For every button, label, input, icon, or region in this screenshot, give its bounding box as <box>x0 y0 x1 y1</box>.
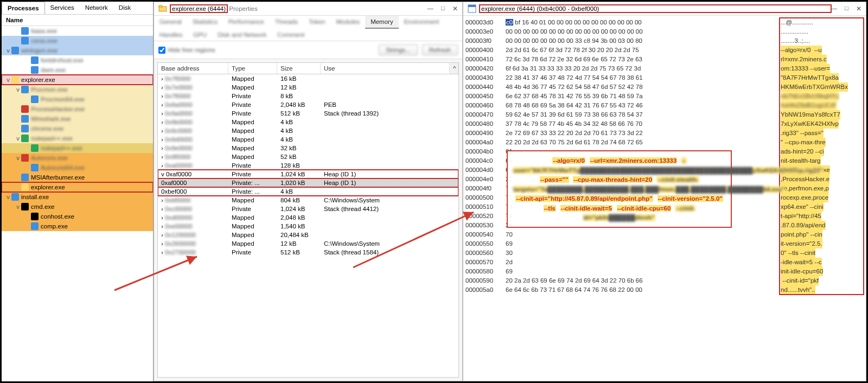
process-tree-item[interactable]: lsass.exe <box>2 26 153 36</box>
memory-row[interactable]: › 0x9c0000Mapped4 kB <box>158 126 458 135</box>
process-tree-item[interactable]: vAutoruns.exe <box>2 153 153 163</box>
prop-tab-token[interactable]: Token <box>303 16 331 29</box>
prop-tab-modules[interactable]: Modules <box>331 16 365 29</box>
process-tree-item[interactable]: csrss.exe <box>2 36 153 46</box>
cmd-icon <box>31 213 39 220</box>
process-tree-item[interactable]: ProcessHacker.exe <box>2 104 153 114</box>
svg-rect-1 <box>159 5 162 7</box>
minimize-icon[interactable]: — <box>831 5 838 12</box>
prop-tab-handles[interactable]: Handles <box>154 29 188 41</box>
process-tree-item[interactable]: fontdrvhost.exe <box>2 55 153 65</box>
memory-row[interactable]: › 0x7f0000Private8 kB <box>158 92 458 100</box>
close-icon[interactable]: ✕ <box>452 5 458 12</box>
minimize-icon[interactable]: — <box>427 5 434 12</box>
process-tree-item[interactable]: conhost.exe <box>2 212 153 221</box>
memory-row[interactable]: › 0xc00000Private1,024 kBStack (thread 4… <box>158 205 458 213</box>
properties-titlebar[interactable]: explorer.exe (6444) Properties — □ ✕ <box>154 2 462 16</box>
hide-free-regions-input[interactable] <box>158 47 165 54</box>
memory-row[interactable]: › 0x9d0000Mapped4 kB <box>158 135 458 144</box>
red-icon <box>21 154 29 162</box>
col-size[interactable]: Size <box>277 63 321 74</box>
prop-tab-gpu[interactable]: GPU <box>188 29 212 41</box>
prop-tab-general[interactable]: General <box>154 16 187 29</box>
process-tree-item[interactable]: comp.exe <box>2 221 153 231</box>
app-icon <box>21 27 29 35</box>
app-icon <box>31 95 39 103</box>
tab-processes[interactable]: Processes <box>2 2 45 14</box>
memory-row[interactable]: › 0x2600000Mapped12 kBC:\Windows\System <box>158 239 458 248</box>
process-tree-item[interactable]: vexplorer.exe <box>2 75 153 85</box>
tab-disk[interactable]: Disk <box>113 2 136 14</box>
process-tree-item[interactable]: explorer.exe <box>2 182 153 192</box>
memory-row[interactable]: › 0x2700000Private512 kBStack (thread 15… <box>158 248 458 257</box>
process-tree-item[interactable]: dwm.exe <box>2 65 153 75</box>
tab-services[interactable]: Services <box>45 2 80 14</box>
maximize-icon[interactable]: □ <box>845 5 848 12</box>
app-icon <box>21 115 29 123</box>
process-tree-item[interactable]: vnotepad++.exe <box>2 133 153 143</box>
col-use[interactable]: Use <box>321 63 450 74</box>
hex-titlebar[interactable]: explorer.exe (6444) (0xb4c000 - 0xbef000… <box>463 2 866 16</box>
process-tree-item[interactable]: vinstall.exe <box>2 192 153 202</box>
hide-free-regions-checkbox[interactable]: Hide free regions <box>158 47 215 54</box>
memory-row[interactable]: › 0xd00000Mapped2,048 kB <box>158 213 458 222</box>
memory-row[interactable]: › 0x9b0000Mapped4 kB <box>158 118 458 126</box>
memory-row[interactable]: › 0x9a0000Private512 kBStack (thread 139… <box>158 109 458 118</box>
app-icon <box>21 174 29 181</box>
memory-row[interactable]: › 0xa00000Private128 kB <box>158 161 458 170</box>
memory-regions-table[interactable]: Base addressTypeSizeUse^ › 0x7f0000Mappe… <box>157 62 459 378</box>
prop-tab-performance[interactable]: Performance <box>223 16 270 29</box>
folder-icon <box>11 76 19 84</box>
process-tree-item[interactable]: chrome.exe <box>2 124 153 133</box>
tab-network[interactable]: Network <box>80 2 113 14</box>
process-tree-item[interactable]: Wireshark.exe <box>2 114 153 124</box>
memory-row[interactable]: 0xbef000Private: ...4 kB <box>158 187 458 196</box>
prop-tab-threads[interactable]: Threads <box>270 16 303 29</box>
prop-tab-comment[interactable]: Comment <box>272 29 310 41</box>
process-tree-item[interactable]: vwinlogon.exe <box>2 46 153 55</box>
prop-tab-disk-and-network[interactable]: Disk and Network <box>212 29 272 41</box>
green-icon <box>31 144 39 152</box>
process-tree-item[interactable]: Autoruns64.exe <box>2 163 153 173</box>
memory-row[interactable]: › 0x7e0000Mapped12 kB <box>158 83 458 92</box>
process-tree-item[interactable]: vcmd.exe <box>2 202 153 212</box>
process-tree-item[interactable]: notepad++.exe <box>2 143 153 153</box>
properties-title-proc: explorer.exe (6444) <box>170 5 227 12</box>
col-base-address[interactable]: Base address <box>158 63 228 74</box>
close-icon[interactable]: ✕ <box>856 5 861 12</box>
process-tree-item[interactable]: Procmon64.exe <box>2 94 153 104</box>
app-icon <box>31 164 39 171</box>
memory-row[interactable]: › 0x9e0000Mapped32 kB <box>158 144 458 152</box>
memory-row[interactable]: v 0xaf0000Private1,024 kBHeap (ID 1) <box>158 170 458 178</box>
memory-row[interactable]: › 0x7f0000Mapped16 kB <box>158 74 458 83</box>
memory-row[interactable]: › 0x8a0000Private2,048 kBPEB <box>158 100 458 109</box>
prop-tab-environment[interactable]: Environment <box>399 16 445 29</box>
folder-icon <box>158 4 167 13</box>
properties-tabs[interactable]: GeneralStatisticsPerformanceThreadsToken… <box>154 16 462 41</box>
col-type[interactable]: Type <box>228 63 277 74</box>
prop-tab-memory[interactable]: Memory <box>365 16 399 29</box>
strings-button[interactable]: Strings... <box>379 44 417 55</box>
properties-title-suffix: Properties <box>227 5 258 12</box>
process-tree-item[interactable]: MSIAfterburner.exe <box>2 173 153 182</box>
prop-tab-statistics[interactable]: Statistics <box>187 16 223 29</box>
green-icon <box>21 135 29 142</box>
app-icon <box>21 37 29 44</box>
hex-view[interactable]: 000003d0c0 bf 16 40 01 00 00 00 00 00 00… <box>463 16 866 381</box>
name-column-header: Name <box>2 15 153 26</box>
memory-row[interactable]: › 0x1200000Mapped20,484 kB <box>158 231 458 239</box>
svg-rect-3 <box>468 5 476 7</box>
process-tree-item[interactable]: vProcmon.exe <box>2 85 153 94</box>
refresh-button[interactable]: Refresh <box>422 44 458 55</box>
memory-row[interactable]: 0xaf0000Private: ...1,020 kBHeap (ID 1) <box>158 178 458 187</box>
app-icon <box>21 125 29 132</box>
process-tree[interactable]: lsass.execsrss.exevwinlogon.exefontdrvho… <box>2 26 153 381</box>
app-icon <box>31 56 39 64</box>
memory-row[interactable]: › 0xbf0000Mapped804 kBC:\Windows\System <box>158 196 458 205</box>
memory-row[interactable]: › 0xe00000Mapped1,540 kB <box>158 222 458 231</box>
maximize-icon[interactable]: □ <box>441 5 445 12</box>
main-tabs: ProcessesServicesNetworkDisk <box>2 2 153 15</box>
memory-row[interactable]: › 0x9f0000Mapped52 kB <box>158 152 458 161</box>
app-icon <box>21 86 29 93</box>
red-icon <box>21 105 29 113</box>
